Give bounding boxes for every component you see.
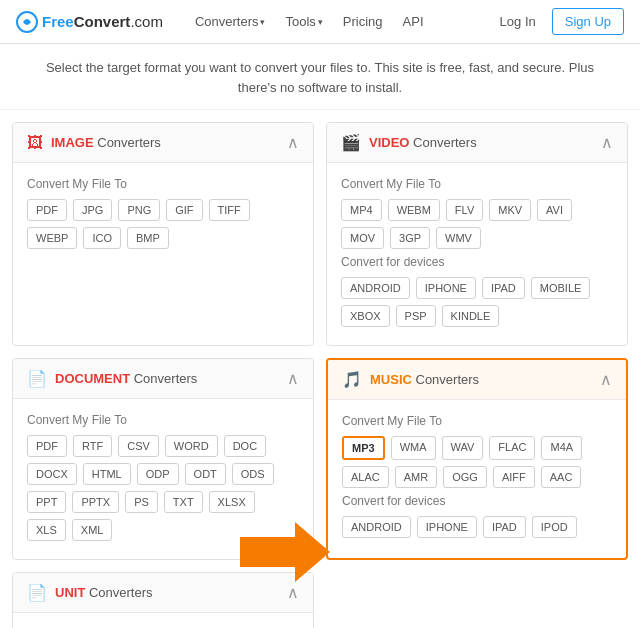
tag-word[interactable]: WORD <box>165 435 218 457</box>
tag-3gp[interactable]: 3GP <box>390 227 430 249</box>
image-card-title: IMAGE Converters <box>51 135 161 150</box>
tag-avi[interactable]: AVI <box>537 199 572 221</box>
music-devices-label: Convert for devices <box>342 494 612 508</box>
nav-api[interactable]: API <box>395 10 432 33</box>
unit-card-title: UNIT Converters <box>55 585 153 600</box>
image-card-header: 🖼 IMAGE Converters ∧ <box>13 123 313 163</box>
tag-gif[interactable]: GIF <box>166 199 202 221</box>
unit-card-body: Convert to <box>13 613 313 628</box>
tag-doc[interactable]: DOC <box>224 435 266 457</box>
collapse-icon[interactable]: ∧ <box>600 370 612 389</box>
tag-wav[interactable]: WAV <box>442 436 484 460</box>
tag-ipod[interactable]: IPOD <box>532 516 577 538</box>
image-icon: 🖼 <box>27 134 43 152</box>
logo[interactable]: FreeConvert.com <box>16 11 163 33</box>
unit-card-wrapper: 📄 UNIT Converters ∧ Convert to <box>12 572 314 628</box>
tag-pdf[interactable]: PDF <box>27 435 67 457</box>
music-devices: ANDROID IPHONE IPAD IPOD <box>342 516 612 538</box>
music-card-title: MUSIC Converters <box>370 372 479 387</box>
tag-mp4[interactable]: MP4 <box>341 199 382 221</box>
tag-mkv[interactable]: MKV <box>489 199 531 221</box>
image-card-body: Convert My File To PDF JPG PNG GIF TIFF … <box>13 163 313 267</box>
tag-aiff[interactable]: AIFF <box>493 466 535 488</box>
subtitle: Select the target format you want to con… <box>0 44 640 110</box>
tag-kindle[interactable]: KINDLE <box>442 305 500 327</box>
tag-xbox[interactable]: XBOX <box>341 305 390 327</box>
document-card-body: Convert My File To PDF RTF CSV WORD DOC … <box>13 399 313 559</box>
tag-amr[interactable]: AMR <box>395 466 437 488</box>
tag-png[interactable]: PNG <box>118 199 160 221</box>
tag-ods[interactable]: ODS <box>232 463 274 485</box>
tag-iphone[interactable]: IPHONE <box>417 516 477 538</box>
tag-alac[interactable]: ALAC <box>342 466 389 488</box>
nav-tools[interactable]: Tools ▾ <box>277 10 330 33</box>
chevron-down-icon: ▾ <box>318 17 323 27</box>
tag-ppt[interactable]: PPT <box>27 491 66 513</box>
tag-ogg[interactable]: OGG <box>443 466 487 488</box>
tag-wma[interactable]: WMA <box>391 436 436 460</box>
unit-row: 📄 UNIT Converters ∧ Convert to <box>0 572 640 628</box>
converters-grid: 🖼 IMAGE Converters ∧ Convert My File To … <box>0 110 640 572</box>
tag-pdf[interactable]: PDF <box>27 199 67 221</box>
nav-converters[interactable]: Converters ▾ <box>187 10 274 33</box>
tag-ps[interactable]: PS <box>125 491 158 513</box>
tag-webm[interactable]: WEBM <box>388 199 440 221</box>
tag-flv[interactable]: FLV <box>446 199 483 221</box>
tag-rtf[interactable]: RTF <box>73 435 112 457</box>
tag-ipad[interactable]: IPAD <box>483 516 526 538</box>
tag-txt[interactable]: TXT <box>164 491 203 513</box>
tag-xml[interactable]: XML <box>72 519 113 541</box>
image-section-label: Convert My File To <box>27 177 299 191</box>
document-card-title: DOCUMENT Converters <box>55 371 197 386</box>
tag-xlsx[interactable]: XLSX <box>209 491 255 513</box>
login-button[interactable]: Log In <box>492 10 544 33</box>
music-card-header: 🎵 MUSIC Converters ∧ <box>328 360 626 400</box>
unit-card: 📄 UNIT Converters ∧ Convert to <box>12 572 314 628</box>
collapse-icon[interactable]: ∧ <box>287 369 299 388</box>
music-card-body: Convert My File To MP3 WMA WAV FLAC M4A … <box>328 400 626 556</box>
music-section-label: Convert My File To <box>342 414 612 428</box>
collapse-icon[interactable]: ∧ <box>287 133 299 152</box>
tag-android[interactable]: ANDROID <box>341 277 410 299</box>
unit-icon: 📄 <box>27 583 47 602</box>
video-formats: MP4 WEBM FLV MKV AVI MOV 3GP WMV <box>341 199 613 249</box>
tag-mp3[interactable]: MP3 <box>342 436 385 460</box>
tag-odp[interactable]: ODP <box>137 463 179 485</box>
music-icon: 🎵 <box>342 370 362 389</box>
tag-aac[interactable]: AAC <box>541 466 582 488</box>
image-formats: PDF JPG PNG GIF TIFF WEBP ICO BMP <box>27 199 299 249</box>
nav-pricing[interactable]: Pricing <box>335 10 391 33</box>
tag-android[interactable]: ANDROID <box>342 516 411 538</box>
music-formats: MP3 WMA WAV FLAC M4A ALAC AMR OGG AIFF A… <box>342 436 612 488</box>
tag-ico[interactable]: ICO <box>83 227 121 249</box>
logo-icon <box>16 11 38 33</box>
video-card-body: Convert My File To MP4 WEBM FLV MKV AVI … <box>327 163 627 345</box>
tag-tiff[interactable]: TIFF <box>209 199 250 221</box>
signup-button[interactable]: Sign Up <box>552 8 624 35</box>
chevron-down-icon: ▾ <box>260 17 265 27</box>
tag-psp[interactable]: PSP <box>396 305 436 327</box>
tag-pptx[interactable]: PPTX <box>72 491 119 513</box>
tag-mobile[interactable]: MOBILE <box>531 277 591 299</box>
tag-jpg[interactable]: JPG <box>73 199 112 221</box>
navbar: FreeConvert.com Converters ▾ Tools ▾ Pri… <box>0 0 640 44</box>
video-card-header: 🎬 VIDEO Converters ∧ <box>327 123 627 163</box>
nav-links: Converters ▾ Tools ▾ Pricing API <box>187 10 492 33</box>
tag-csv[interactable]: CSV <box>118 435 159 457</box>
tag-flac[interactable]: FLAC <box>489 436 535 460</box>
tag-iphone[interactable]: IPHONE <box>416 277 476 299</box>
collapse-icon[interactable]: ∧ <box>287 583 299 602</box>
tag-docx[interactable]: DOCX <box>27 463 77 485</box>
tag-m4a[interactable]: M4A <box>541 436 582 460</box>
tag-mov[interactable]: MOV <box>341 227 384 249</box>
tag-wmv[interactable]: WMV <box>436 227 481 249</box>
tag-bmp[interactable]: BMP <box>127 227 169 249</box>
tag-ipad[interactable]: IPAD <box>482 277 525 299</box>
logo-text: FreeConvert.com <box>42 13 163 30</box>
converters-section: 🖼 IMAGE Converters ∧ Convert My File To … <box>0 110 640 628</box>
tag-html[interactable]: HTML <box>83 463 131 485</box>
tag-xls[interactable]: XLS <box>27 519 66 541</box>
collapse-icon[interactable]: ∧ <box>601 133 613 152</box>
tag-odt[interactable]: ODT <box>185 463 226 485</box>
tag-webp[interactable]: WEBP <box>27 227 77 249</box>
